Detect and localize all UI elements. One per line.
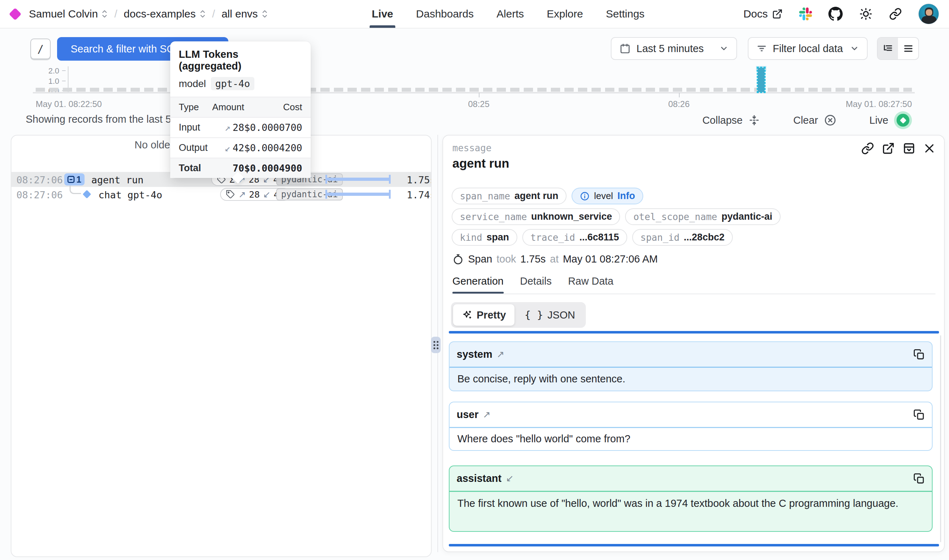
input-arrow-icon: ↗: [238, 189, 246, 200]
tree-view-toggle[interactable]: [878, 38, 898, 59]
pretty-toggle[interactable]: Pretty: [453, 304, 514, 326]
tab-details[interactable]: Details: [520, 275, 552, 293]
collapse-button[interactable]: Collapse: [703, 114, 761, 126]
tokens-row-output: Output ↙42 $0.0004200: [170, 138, 311, 158]
collapse-children-badge[interactable]: 1: [64, 173, 85, 186]
external-link-icon: [772, 9, 783, 19]
nav-tab-alerts[interactable]: Alerts: [497, 0, 524, 28]
output-arrow-icon: ↙: [506, 473, 514, 484]
copy-link-icon[interactable]: [861, 142, 874, 155]
role-label: system: [457, 348, 492, 360]
panel-resize-handle[interactable]: [431, 337, 441, 353]
tokens-row-input: Input ↗28 $0.0000700: [170, 117, 311, 138]
tooltip-title: LLM Tokens (aggregated): [170, 42, 311, 74]
x-axis-label: 08:25: [468, 99, 489, 109]
detail-panel-actions: [861, 142, 935, 155]
duration-value: 1.75s: [407, 174, 432, 186]
x-axis-label: 08:26: [668, 99, 690, 109]
share-link-icon[interactable]: [889, 8, 902, 20]
search-shortcut-keycap: /: [30, 38, 51, 59]
live-toggle[interactable]: Live: [869, 111, 912, 129]
tab-raw-data[interactable]: Raw Data: [568, 275, 613, 293]
json-toggle[interactable]: { } JSON: [516, 304, 584, 326]
tab-generation[interactable]: Generation: [452, 275, 504, 293]
tooltip-model-row: model gpt-4o: [170, 74, 311, 97]
role-label: assistant: [457, 472, 501, 485]
nav-tab-live[interactable]: Live: [372, 0, 393, 28]
message-text: Where does "hello world" come from?: [449, 428, 932, 449]
row-timestamp: 08:27:06: [16, 174, 63, 186]
breadcrumb-environment[interactable]: all envs: [221, 8, 268, 20]
light-mode-icon[interactable]: [859, 7, 873, 21]
duration-value: 1.74s: [407, 189, 432, 200]
nav-tab-settings[interactable]: Settings: [606, 0, 644, 28]
message-card-assistant: assistant ↙ The first known use of "hell…: [449, 466, 933, 532]
collapse-icon: [748, 114, 760, 126]
sort-chevrons-icon: [200, 9, 206, 18]
breadcrumb-project[interactable]: docs-examples: [124, 8, 206, 20]
model-value-chip: gpt-4o: [211, 77, 254, 90]
tree-connector: [69, 186, 81, 194]
trace-id-pill[interactable]: trace_id ...6c8115: [522, 229, 627, 246]
x-axis-label-end: May 01. 08:27:50: [846, 99, 912, 109]
output-arrow-icon: ↙: [225, 142, 231, 153]
copy-icon[interactable]: [913, 349, 925, 360]
filter-local-data-select[interactable]: Filter local data: [748, 37, 867, 60]
tokens-table-header: Type Amount Cost: [170, 97, 311, 117]
view-mode-toggle: [877, 37, 919, 60]
time-range-select[interactable]: Last 5 minutes: [611, 37, 737, 60]
chevron-down-icon: [850, 44, 859, 53]
tabs-divider: [452, 294, 935, 294]
chart-bar: [758, 68, 764, 92]
close-icon[interactable]: [923, 142, 935, 154]
kind-pill[interactable]: kind span: [452, 229, 517, 246]
nav-tab-dashboards[interactable]: Dashboards: [416, 0, 474, 28]
github-icon[interactable]: [828, 7, 843, 21]
docs-link[interactable]: Docs: [743, 8, 783, 20]
slack-icon[interactable]: [799, 8, 812, 20]
x-axis-label-start: May 01. 08:22:50: [36, 99, 102, 109]
trace-row-chat-gpt-4o[interactable]: 08:27:06 chat gpt-4o ↗28 ↙42 pydantic-ai…: [11, 187, 431, 202]
attribute-pills-row: span_name agent run level Info: [452, 188, 643, 205]
project-name: docs-examples: [124, 8, 196, 20]
attribute-pills-row: kind span trace_id ...6c8115 span_id ...…: [452, 229, 733, 246]
app-header: Samuel Colvin / docs-examples / all envs…: [0, 0, 949, 29]
span-title: agent run: [452, 156, 509, 171]
list-view-icon: [903, 43, 914, 54]
model-label: model: [179, 78, 206, 89]
avatar[interactable]: [918, 3, 939, 24]
span-detail-panel: message agent run span_name agent run le…: [442, 135, 945, 552]
list-view-toggle[interactable]: [898, 38, 918, 59]
y-tick-mark: [62, 70, 66, 71]
copy-icon[interactable]: [913, 473, 925, 485]
message-header: system ↗: [449, 342, 932, 368]
header-actions: Docs: [743, 0, 939, 28]
otel-scope-pill[interactable]: otel_scope_name pydantic-ai: [625, 208, 780, 225]
baseline-dashed-series: [36, 88, 912, 92]
open-in-new-icon[interactable]: [882, 142, 895, 155]
copy-icon[interactable]: [913, 409, 925, 420]
level-pill[interactable]: level Info: [572, 188, 643, 205]
chevron-down-icon: [719, 44, 729, 53]
records-timeline-chart[interactable]: 2.0 1.0 0.0 May 01. 08:22:50 08:25 08:26…: [0, 63, 949, 108]
nav-tab-explore[interactable]: Explore: [546, 0, 583, 28]
service-name-pill[interactable]: service_name unknown_service: [452, 208, 620, 225]
scroll-indicator-top: [449, 331, 939, 334]
tag-icon: [226, 190, 235, 199]
message-card-user: user ↗ Where does "hello world" come fro…: [449, 402, 933, 451]
clear-circle-x-icon: [824, 114, 837, 127]
main-nav: Live Dashboards Alerts Explore Settings: [372, 0, 644, 28]
breadcrumb-org[interactable]: Samuel Colvin: [29, 8, 108, 20]
span-id-pill[interactable]: span_id ...28cbc2: [632, 229, 733, 246]
save-view-icon[interactable]: [903, 142, 915, 155]
clear-label: Clear: [793, 114, 818, 126]
y-tick-label: 1.0: [38, 77, 59, 86]
span-diamond-icon: [82, 190, 91, 198]
x-tick-mark: [679, 93, 680, 97]
breadcrumb-separator: /: [212, 8, 215, 20]
filter-local-data-value: Filter local data: [773, 43, 843, 55]
filter-lines-icon: [756, 43, 767, 54]
scrollbar[interactable]: [940, 335, 941, 542]
clear-button[interactable]: Clear: [793, 114, 836, 127]
span-name-pill[interactable]: span_name agent run: [452, 188, 566, 205]
